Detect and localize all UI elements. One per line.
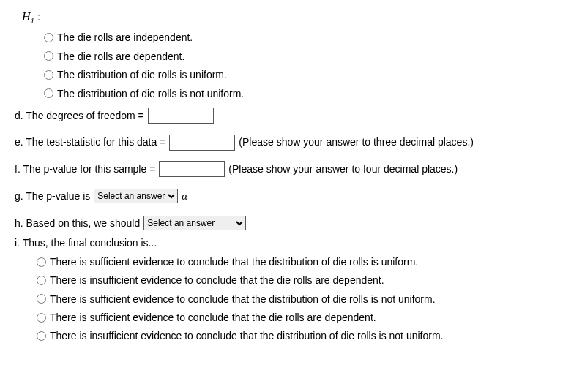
i-option-1[interactable] bbox=[37, 276, 46, 285]
g-label: g. The p-value is bbox=[15, 188, 90, 204]
h1-label: H1 : bbox=[22, 7, 548, 27]
f-input[interactable] bbox=[159, 161, 225, 177]
i-option-4-label: There is insufficient evidence to conclu… bbox=[50, 328, 443, 344]
f-label: f. The p-value for this sample = bbox=[15, 161, 155, 177]
i-option-2[interactable] bbox=[37, 294, 46, 304]
i-option-2-label: There is sufficient evidence to conclude… bbox=[50, 291, 436, 307]
h1-option-1-label: The die rolls are dependent. bbox=[57, 48, 184, 64]
i-option-4[interactable] bbox=[37, 331, 46, 341]
h1-option-3[interactable] bbox=[44, 88, 53, 98]
i-option-0-label: There is sufficient evidence to conclude… bbox=[50, 254, 418, 270]
i-label: i. Thus, the final conclusion is... bbox=[15, 237, 157, 249]
h1-option-1[interactable] bbox=[44, 51, 53, 61]
e-hint: (Please show your answer to three decima… bbox=[239, 134, 474, 150]
d-label: d. The degrees of freedom = bbox=[15, 108, 144, 124]
h-label: h. Based on this, we should bbox=[15, 215, 140, 231]
f-hint: (Please show your answer to four decimal… bbox=[228, 161, 458, 177]
e-label: e. The test-statistic for this data = bbox=[15, 134, 165, 150]
i-option-1-label: There is insufficient evidence to conclu… bbox=[50, 272, 384, 288]
h1-option-3-label: The distribution of die rolls is not uni… bbox=[57, 86, 244, 102]
h1-option-0-label: The die rolls are independent. bbox=[57, 29, 193, 45]
i-option-3[interactable] bbox=[37, 313, 46, 323]
i-option-0[interactable] bbox=[37, 257, 46, 267]
e-input[interactable] bbox=[169, 135, 235, 151]
h1-option-2-label: The distribution of die rolls is uniform… bbox=[57, 67, 227, 83]
alpha-symbol: α bbox=[182, 187, 187, 205]
g-select[interactable]: Select an answer bbox=[94, 189, 178, 203]
i-option-3-label: There is sufficient evidence to conclude… bbox=[50, 309, 376, 325]
h1-option-0[interactable] bbox=[44, 33, 53, 42]
h-select[interactable]: Select an answer bbox=[143, 216, 246, 230]
h1-option-2[interactable] bbox=[44, 70, 53, 80]
d-input[interactable] bbox=[148, 108, 214, 124]
